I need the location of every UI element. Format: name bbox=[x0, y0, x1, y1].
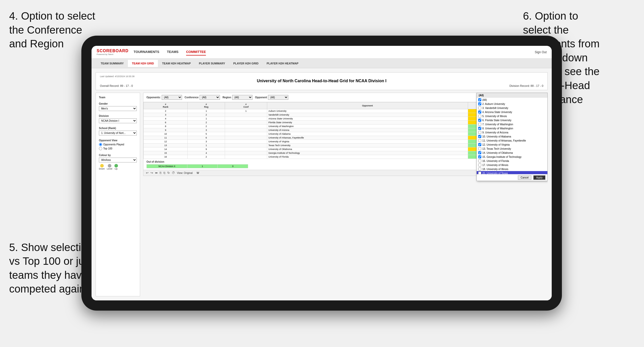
cell-rank: 3 bbox=[144, 113, 188, 117]
dropdown-checkbox[interactable] bbox=[478, 115, 481, 118]
cell-rank: 6 bbox=[144, 121, 188, 124]
dropdown-item[interactable]: 10. University of Alabama bbox=[477, 134, 547, 138]
dropdown-item-label: 13. Texas Tech University bbox=[482, 147, 511, 150]
cell-rank: 13 bbox=[144, 144, 188, 147]
dropdown-item[interactable]: 6. Florida State University bbox=[477, 118, 547, 122]
cell-conf bbox=[225, 151, 267, 155]
dropdown-item[interactable]: 2. Auburn University bbox=[477, 102, 547, 106]
colour-down-dot bbox=[100, 164, 104, 168]
dropdown-checkbox[interactable] bbox=[478, 168, 481, 171]
toolbar-clock[interactable]: ⏱ bbox=[172, 171, 175, 175]
sidebar-school-select[interactable]: 1. University of Nort... bbox=[99, 131, 137, 135]
dropdown-checkbox[interactable] bbox=[478, 123, 481, 126]
subnav-player-h2h-heatmap[interactable]: PLAYER H2H HEATMAP bbox=[263, 60, 303, 67]
sidebar-team-section: Team bbox=[99, 96, 137, 99]
dropdown-checkbox[interactable] bbox=[478, 98, 481, 101]
dropdown-item-label: 15. Georgia Institute of Technology bbox=[482, 156, 521, 158]
sidebar-division-select[interactable]: NCAA Division I bbox=[99, 118, 137, 123]
dropdown-item[interactable]: 7. University of Washington bbox=[477, 122, 547, 126]
dropdown-title: (All) bbox=[479, 94, 484, 97]
sidebar-gender-select[interactable]: Men's bbox=[99, 106, 137, 111]
dropdown-checkbox[interactable] bbox=[478, 110, 481, 114]
colour-indicators: Down Level Up bbox=[99, 164, 137, 170]
top100-radio[interactable] bbox=[99, 147, 102, 150]
filter-opponents-select[interactable]: (All) bbox=[162, 95, 182, 100]
dropdown-item[interactable]: 8. University of Washington bbox=[477, 126, 547, 130]
filter-opponent-select[interactable]: (All) bbox=[268, 95, 288, 100]
toolbar-paste[interactable]: ⎗ bbox=[163, 171, 165, 175]
dropdown-item[interactable]: 11. University of Arkansas, Fayetteville bbox=[477, 138, 547, 143]
dropdown-item[interactable]: 18. University of Illinois bbox=[477, 167, 547, 171]
dropdown-item[interactable]: 5. University of Illinois bbox=[477, 114, 547, 118]
dropdown-checkbox[interactable] bbox=[478, 127, 481, 130]
dropdown-checkbox[interactable] bbox=[478, 143, 481, 146]
toolbar-copy[interactable]: ⎘ bbox=[160, 171, 161, 175]
dropdown-checkbox[interactable] bbox=[478, 151, 481, 154]
dropdown-item[interactable]: 15. Georgia Institute of Technology bbox=[477, 155, 547, 159]
filter-region-select[interactable]: (All) bbox=[232, 95, 252, 100]
colour-up-label: Up bbox=[114, 168, 118, 170]
dropdown-checkbox[interactable] bbox=[478, 159, 481, 162]
cell-reg: 2 bbox=[188, 113, 225, 117]
toolbar-undo[interactable]: ↩ bbox=[146, 171, 148, 175]
dropdown-item[interactable]: 13. Texas Tech University bbox=[477, 147, 547, 151]
nav-signout[interactable]: Sign Out bbox=[535, 50, 547, 54]
sidebar-gender-section: Gender Men's bbox=[99, 102, 137, 111]
toolbar-redo[interactable]: ↪ bbox=[151, 171, 153, 175]
cell-rank: 12 bbox=[144, 140, 188, 144]
dropdown-checkbox[interactable] bbox=[478, 119, 481, 122]
dropdown-checkbox[interactable] bbox=[478, 139, 481, 142]
filter-opponents-label: Opponents: bbox=[146, 96, 161, 99]
dropdown-item[interactable]: 20. University of Texas bbox=[477, 171, 547, 174]
table-area-wrapper: Opponents: (All) Conference (All) bbox=[143, 93, 548, 296]
cell-reg: 2 bbox=[188, 121, 225, 124]
opponents-played-option[interactable]: Opponents Played bbox=[99, 143, 137, 146]
cell-rank: 8 bbox=[144, 124, 188, 128]
dropdown-cancel-button[interactable]: Cancel bbox=[518, 175, 531, 180]
dropdown-item[interactable]: 9. University of Arizona bbox=[477, 130, 547, 134]
dropdown-item[interactable]: 12. University of Virginia bbox=[477, 143, 547, 147]
subnav-h2h-grid[interactable]: TEAM H2H GRID bbox=[128, 60, 158, 67]
subnav-player-h2h-grid[interactable]: PLAYER H2H GRID bbox=[229, 60, 262, 67]
dropdown-checkbox[interactable] bbox=[478, 135, 481, 138]
cell-conf bbox=[225, 128, 267, 132]
dropdown-item[interactable]: 17. University of Illinois bbox=[477, 163, 547, 167]
nav-tournaments[interactable]: TOURNAMENTS bbox=[134, 49, 159, 55]
filter-conference-select[interactable]: (All) bbox=[200, 95, 220, 100]
dropdown-apply-button[interactable]: Apply bbox=[533, 175, 545, 180]
nav-committee[interactable]: COMMITTEE bbox=[186, 49, 206, 55]
dropdown-item[interactable]: 4. Arizona State University bbox=[477, 110, 547, 114]
top100-option[interactable]: Top 100 bbox=[99, 147, 137, 150]
sidebar-team-label: Team bbox=[99, 96, 137, 99]
subnav-h2h-heatmap[interactable]: TEAM H2H HEATMAP bbox=[158, 60, 195, 67]
dropdown-header: (All) bbox=[477, 93, 547, 98]
toolbar-refresh[interactable]: ↻ bbox=[167, 171, 170, 175]
opponents-played-radio[interactable] bbox=[99, 143, 102, 146]
nav-teams[interactable]: TEAMS bbox=[167, 49, 178, 55]
dropdown-item-label: 3. Vanderbilt University bbox=[482, 107, 508, 109]
cell-reg: 1 bbox=[188, 117, 225, 121]
dropdown-item[interactable]: (All) bbox=[477, 98, 547, 102]
dropdown-checkbox[interactable] bbox=[478, 172, 481, 174]
dropdown-checkbox[interactable] bbox=[478, 147, 481, 150]
dropdown-checkbox[interactable] bbox=[478, 155, 481, 158]
dropdown-checkbox[interactable] bbox=[478, 102, 481, 105]
subnav-team-summary[interactable]: TEAM SUMMARY bbox=[97, 60, 128, 67]
opponent-dropdown[interactable]: (All) (All)2. Auburn University3. Vander… bbox=[476, 93, 548, 181]
dropdown-item[interactable]: 16. University of Florida bbox=[477, 159, 547, 163]
dropdown-checkbox[interactable] bbox=[478, 131, 481, 134]
dropdown-item-label: 14. University of Oklahoma bbox=[482, 151, 513, 154]
col-rank: #Rank bbox=[144, 102, 188, 109]
dropdown-checkbox[interactable] bbox=[478, 163, 481, 166]
cell-reg: 9 bbox=[188, 147, 225, 151]
toolbar-back[interactable]: ⬅ bbox=[155, 171, 158, 175]
sidebar-gender-label: Gender bbox=[99, 102, 137, 105]
sidebar-colour-select[interactable]: Win/loss bbox=[99, 158, 137, 162]
dropdown-item[interactable]: 14. University of Oklahoma bbox=[477, 151, 547, 155]
cell-conf bbox=[225, 144, 267, 147]
subnav-player-summary[interactable]: PLAYER SUMMARY bbox=[195, 60, 229, 67]
dropdown-checkbox[interactable] bbox=[478, 106, 481, 109]
dropdown-item[interactable]: 3. Vanderbilt University bbox=[477, 106, 547, 110]
dropdown-list: (All)2. Auburn University3. Vanderbilt U… bbox=[477, 98, 547, 174]
filter-opponent-label: Opponent bbox=[255, 96, 267, 99]
